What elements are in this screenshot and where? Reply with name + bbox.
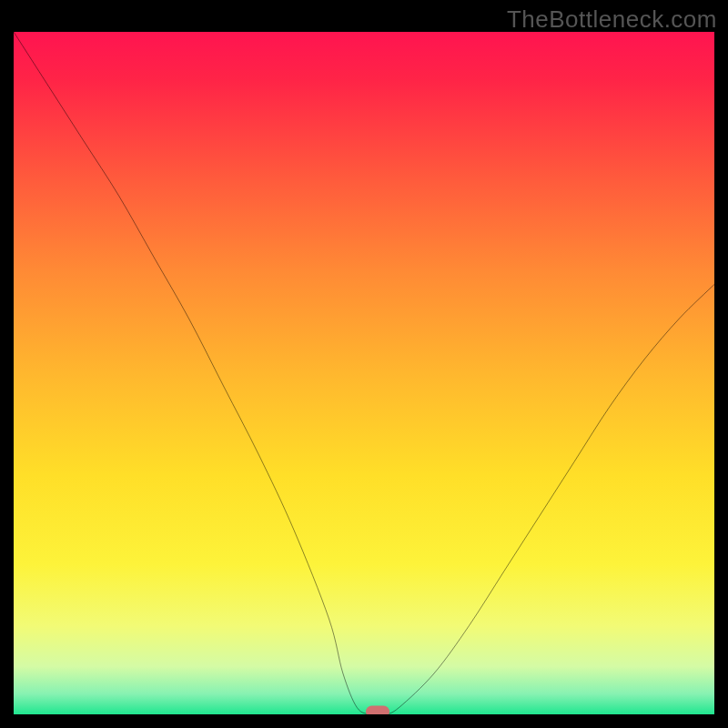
chart-frame: TheBottleneck.com	[0, 0, 728, 728]
watermark-text: TheBottleneck.com	[507, 5, 717, 34]
optimum-marker	[366, 706, 389, 715]
bottleneck-curve	[14, 32, 714, 714]
plot-area	[14, 32, 714, 714]
